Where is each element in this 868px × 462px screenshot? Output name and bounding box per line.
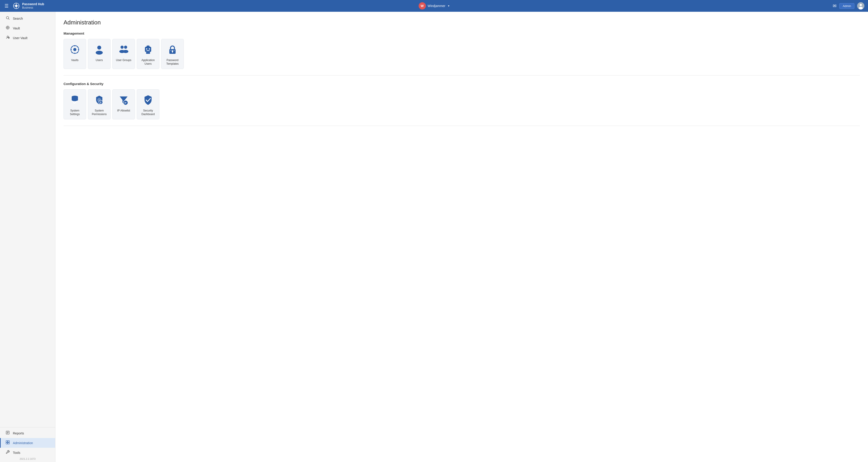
reports-icon [5, 431, 10, 436]
svg-point-41 [121, 46, 124, 49]
svg-point-12 [7, 27, 8, 28]
svg-rect-33 [70, 49, 72, 50]
card-users[interactable]: Users [88, 39, 111, 69]
svg-point-40 [96, 51, 103, 55]
sidebar-item-administration-label: Administration [13, 441, 33, 445]
config-section: Configuration & Security [64, 82, 860, 119]
tools-icon [5, 450, 10, 455]
vault-icon [5, 26, 10, 31]
users-card-label: Users [96, 59, 103, 62]
workspace-name: Windjammer [428, 4, 445, 8]
card-password-templates[interactable]: Password Templates [161, 39, 184, 69]
app-body: Search Vault [0, 12, 868, 462]
sidebar-item-reports-label: Reports [13, 431, 24, 435]
ip-allowlist-card-label: IP Allowlist [117, 109, 130, 113]
svg-rect-26 [8, 441, 9, 442]
card-application-users[interactable]: Application Users [137, 39, 159, 69]
system-settings-card-label: System Settings [66, 109, 83, 116]
sidebar-item-search[interactable]: Search [0, 13, 55, 23]
svg-point-7 [860, 4, 862, 6]
sidebar-item-vault[interactable]: Vault [0, 23, 55, 33]
svg-point-39 [97, 46, 101, 50]
svg-rect-54 [172, 51, 173, 53]
svg-point-44 [123, 50, 128, 53]
card-ip-allowlist[interactable]: IP IP Allowlist [112, 89, 135, 119]
sidebar-item-administration[interactable]: Administration [0, 438, 55, 448]
sidebar-item-user-vault[interactable]: User Vault [0, 33, 55, 43]
svg-point-8 [859, 7, 863, 9]
svg-line-10 [8, 19, 9, 20]
profile-avatar[interactable] [857, 2, 864, 9]
app-name: Password Hub Business [22, 2, 44, 9]
vaults-card-icon [68, 43, 81, 56]
management-section-title: Management [64, 31, 860, 35]
application-users-card-icon [142, 43, 154, 56]
admin-button[interactable]: Admin [839, 3, 855, 9]
svg-text:IP: IP [124, 102, 127, 104]
password-templates-card-label: Password Templates [164, 59, 181, 66]
logo-icon [12, 2, 20, 10]
card-system-permissions[interactable]: $ System Permissions [88, 89, 111, 119]
sidebar-nav: Search Vault [0, 12, 55, 426]
svg-rect-32 [74, 53, 75, 54]
svg-point-1 [15, 5, 18, 7]
hamburger-button[interactable]: ☰ [4, 2, 9, 9]
profile-avatar-icon [857, 2, 864, 9]
main-content: Administration Management [55, 12, 868, 462]
svg-rect-55 [170, 50, 171, 51]
card-system-settings[interactable]: System Settings [64, 89, 86, 119]
page-title: Administration [64, 19, 860, 26]
svg-point-61 [72, 99, 78, 101]
config-section-title: Configuration & Security [64, 82, 860, 86]
sidebar-item-tools[interactable]: Tools [0, 448, 55, 458]
svg-rect-47 [148, 45, 148, 46]
ip-allowlist-card-icon: IP [117, 94, 130, 106]
svg-point-30 [73, 48, 76, 51]
svg-point-43 [124, 46, 127, 49]
svg-point-48 [146, 49, 147, 50]
svg-rect-45 [145, 47, 151, 52]
user-groups-card-label: User Groups [116, 59, 131, 62]
svg-rect-28 [8, 442, 9, 444]
card-security-dashboard[interactable]: Security Dashboard [137, 89, 159, 119]
svg-rect-56 [174, 50, 175, 51]
user-vault-icon [5, 35, 10, 40]
sidebar-item-vault-label: Vault [13, 27, 20, 30]
password-templates-card-icon [166, 43, 179, 56]
users-card-icon [93, 43, 105, 56]
vaults-card-label: Vaults [71, 59, 79, 62]
user-groups-card-icon [117, 43, 130, 56]
card-user-groups[interactable]: User Groups [112, 39, 135, 69]
header-center: W Windjammer ▾ [418, 2, 450, 9]
header-right: ✉ Admin [450, 2, 864, 9]
system-permissions-card-icon: $ [93, 94, 105, 106]
version-label: 2021.2.2.1073 [0, 458, 55, 462]
section-divider-1 [64, 75, 860, 75]
section-divider-2 [64, 126, 860, 126]
management-cards-grid: Vaults Users [64, 39, 860, 69]
app-header: ☰ Password Hub Business W Windjammer ▾ ✉… [0, 0, 868, 12]
system-permissions-card-label: System Permissions [91, 109, 107, 116]
svg-rect-34 [78, 49, 79, 50]
application-users-card-label: Application Users [140, 59, 156, 66]
sidebar-item-reports[interactable]: Reports [0, 428, 55, 438]
sidebar-item-search-label: Search [13, 17, 23, 20]
sidebar-bottom: Reports Administration [0, 426, 55, 462]
search-icon [5, 16, 10, 21]
management-section: Management [64, 31, 860, 69]
card-vaults[interactable]: Vaults [64, 39, 86, 69]
workspace-avatar: W [418, 2, 426, 9]
app-logo: Password Hub Business [12, 2, 44, 10]
sidebar-item-user-vault-label: User Vault [13, 36, 27, 40]
svg-point-9 [6, 17, 9, 19]
svg-rect-27 [6, 442, 8, 444]
mail-icon[interactable]: ✉ [833, 3, 837, 9]
svg-rect-50 [147, 50, 150, 51]
config-cards-grid: System Settings $ System [64, 89, 860, 119]
administration-icon [5, 440, 10, 445]
svg-rect-51 [146, 52, 150, 54]
header-left: ☰ Password Hub Business [4, 2, 418, 10]
svg-rect-31 [74, 45, 75, 47]
security-dashboard-card-icon [142, 94, 154, 106]
sidebar: Search Vault [0, 12, 55, 462]
